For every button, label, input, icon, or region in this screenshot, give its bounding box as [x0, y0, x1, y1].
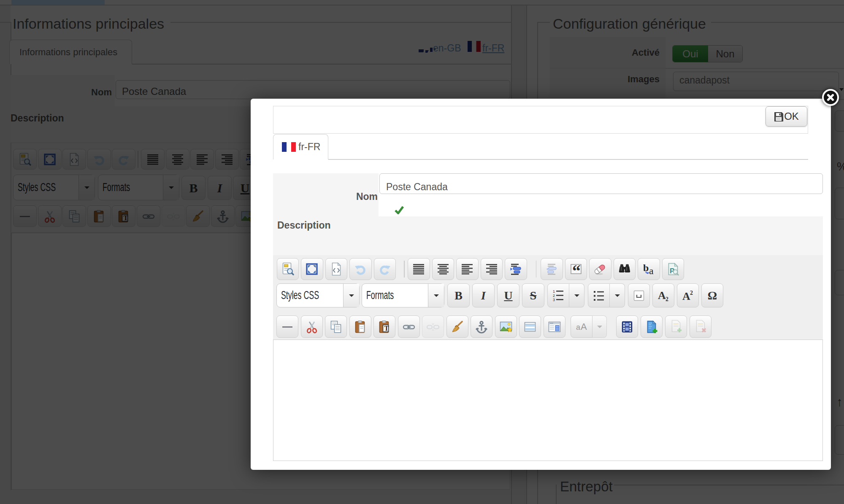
svg-text:b: b: [643, 262, 649, 273]
svg-text:3: 3: [553, 298, 555, 302]
svg-text:2: 2: [690, 290, 693, 296]
svg-text:a: a: [576, 323, 581, 332]
svg-text:a: a: [649, 265, 654, 276]
svg-text:A: A: [682, 290, 690, 302]
svg-text:“: “: [572, 262, 581, 276]
svg-text:A: A: [658, 289, 666, 302]
svg-text:T: T: [384, 325, 389, 332]
svg-text:A: A: [581, 321, 587, 332]
svg-text:2: 2: [665, 296, 668, 302]
svg-text:2: 2: [553, 294, 555, 298]
svg-text:1: 1: [553, 289, 555, 294]
